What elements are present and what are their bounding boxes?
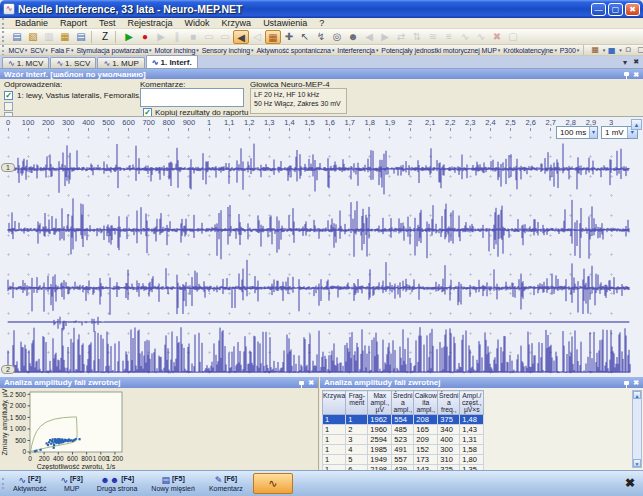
ruler-label: 800 (159, 118, 179, 127)
report-panel-icon[interactable]: ▢ (635, 45, 643, 55)
column-header[interactable]: Ampl./ częst., µV×s (460, 391, 484, 415)
scroll-up-button[interactable]: ▲ (631, 119, 642, 130)
new-report-icon[interactable]: ▤ (73, 30, 89, 44)
fkey-button-druga-strona[interactable]: ☻☻[F4]Druga strona (93, 472, 141, 496)
menu-badanie[interactable]: Badanie (9, 18, 54, 28)
stimulus-icon[interactable]: ↯ (313, 30, 329, 44)
ruler-label: 1,3 (259, 118, 279, 127)
lead-checkbox[interactable]: ✓ (4, 91, 13, 100)
lock-icon[interactable]: Ω (622, 45, 635, 55)
time-base-select[interactable]: 100 ms ▾ (556, 126, 598, 139)
pin-icon[interactable] (624, 72, 629, 76)
new-exam-icon[interactable]: ▤ (9, 30, 25, 44)
copy-to-report-checkbox[interactable]: ✓ (143, 108, 152, 116)
tab-list-tools: ▾ ✖ (623, 58, 639, 67)
mode-potencja-y-jednostki-motorycznej-mup[interactable]: Potencjały jednostki motorycznej MUP▾ (380, 47, 502, 54)
menu-raport[interactable]: Raport (54, 18, 93, 28)
markers-icon: ⇄ (393, 30, 409, 44)
emg-display-area[interactable]: 010020030040050060070080090011,11,21,31,… (0, 116, 643, 377)
table-row[interactable]: 1325945232094001,31 (323, 435, 484, 445)
waveform-icon: ∿ (152, 58, 159, 67)
x-tick-label: 0 (28, 455, 32, 462)
close-icon[interactable]: ✖ (633, 379, 639, 386)
sound-on-icon[interactable]: ◀ (233, 30, 249, 44)
tab-1-scv[interactable]: ∿1. SCV (50, 57, 96, 68)
turns-amplitude-panel: Analiza amplitudy fali zwrotnej ✖ 020040… (0, 377, 319, 470)
data-point (50, 443, 52, 445)
tab-1-mcv[interactable]: ∿1. MCV (2, 57, 49, 68)
scroll-up-icon[interactable]: ▲ (633, 391, 641, 399)
probe-cursor-icon[interactable]: ✚ (281, 30, 297, 44)
menu-ustawienia[interactable]: Ustawienia (257, 18, 313, 28)
table-row[interactable]: 1219604851653401,43 (323, 425, 484, 435)
channel-2-marker[interactable]: 2 (1, 365, 15, 374)
column-header[interactable]: Średni a ampl., (392, 391, 414, 415)
tab-close-icon[interactable]: ✖ (633, 58, 639, 67)
x-tick-label: 800 (81, 455, 92, 462)
column-header[interactable]: Max ampl., µV (368, 391, 392, 415)
pin-icon[interactable] (299, 381, 304, 385)
mode-scv[interactable]: SCV▾ (29, 47, 50, 54)
close-icon[interactable]: ✖ (308, 379, 314, 386)
results-scrollbar[interactable]: ▲ ▼ (632, 390, 642, 468)
ruler-label: 1,5 (300, 118, 320, 127)
print-icon[interactable]: ▦ (57, 30, 73, 44)
mode-p300[interactable]: P300▾ (558, 47, 580, 54)
mode-fala-f[interactable]: Fala F▾ (49, 47, 75, 54)
menu-krzywa[interactable]: Krzywa (216, 18, 258, 28)
fkey-button-mup[interactable]: ∿[F3]MUP (56, 472, 86, 496)
tab-1-mup[interactable]: ∿1. MUP (97, 57, 144, 68)
column-header[interactable]: Średni a freq., (438, 391, 460, 415)
fkey-button-komentarz[interactable]: ✎[F6]Komentarz (205, 472, 247, 496)
record-icon[interactable]: ● (137, 30, 153, 44)
impedance-icon[interactable]: Z (97, 30, 113, 44)
open-exam-icon[interactable]: ▧ (25, 30, 41, 44)
column-header[interactable]: Krzywa (323, 391, 346, 415)
menu-[interactable]: ? (313, 18, 330, 28)
mode-kr-tkolatencyjne[interactable]: Krótkolatencyjne▾ (502, 47, 559, 54)
ruler-label: 2,5 (501, 118, 521, 127)
overlay-curves-icon: ∿ (473, 30, 489, 44)
fkey-button-aktywno[interactable]: ∿[F2]Aktywność (9, 472, 50, 496)
pin-icon[interactable] (624, 381, 629, 385)
mode-mcv[interactable]: MCV▾ (7, 47, 29, 54)
column-header[interactable]: Całkow ita ampl., (414, 391, 438, 415)
table-row[interactable]: 1519495571733101,80 (323, 455, 484, 465)
patients-icon[interactable]: ☻ (345, 30, 361, 44)
menu-widok[interactable]: Widok (179, 18, 216, 28)
menu-rejestracja[interactable]: Rejestracja (122, 18, 179, 28)
table-row[interactable]: 1419854911523001,58 (323, 445, 484, 455)
comments-textarea[interactable] (140, 88, 244, 107)
arrow-cursor-icon[interactable]: ↖ (297, 30, 313, 44)
table-row[interactable]: 1119625542083751,48 (323, 415, 484, 425)
stimulation-settings-icon[interactable]: ▦ (265, 30, 281, 44)
panel-close-icon[interactable]: ✖ (625, 476, 635, 490)
mode-interferencja[interactable]: Interferencja▾ (336, 47, 380, 54)
zoom-analysis-icon[interactable]: ◎ (329, 30, 345, 44)
menu-test[interactable]: Test (93, 18, 122, 28)
mode-sensory-inching[interactable]: Sensory inching▾ (200, 47, 255, 54)
tab-list-dropdown-icon[interactable]: ▾ (623, 58, 627, 67)
report-table-icon[interactable]: ▦ (589, 45, 602, 55)
scroll-down-icon[interactable]: ▼ (633, 459, 641, 467)
ruler-label: 1,4 (279, 118, 299, 127)
fkey-button-nowy-mi-sie[interactable]: ▤[F5]Nowy mięsień (147, 472, 199, 496)
maximize-button[interactable]: ▢ (608, 3, 623, 16)
interference-mode-toggle[interactable]: ∿ (253, 473, 293, 494)
title-bar[interactable]: ∿ Needle Interference, 33 lata - Neuro-M… (0, 0, 643, 18)
minimize-button[interactable]: — (591, 3, 606, 16)
close-icon[interactable]: ✖ (633, 71, 639, 78)
histogram-icon[interactable]: ▅ (605, 45, 618, 55)
mode-aktywno-spontaniczna[interactable]: Aktywność spontaniczna▾ (255, 47, 336, 54)
channel-1-marker[interactable]: 1 (1, 163, 15, 172)
tab-1-interf[interactable]: ∿1. Interf. (146, 55, 198, 68)
column-header[interactable]: Frag- ment (346, 391, 368, 415)
mode-stymulacja-powtarzalna[interactable]: Stymulacja powtarzalna▾ (75, 47, 153, 54)
toolbar-separator (91, 31, 95, 43)
start-test-icon[interactable]: ▶ (121, 30, 137, 44)
mode-motor-inching[interactable]: Motor inching▾ (153, 47, 200, 54)
close-button[interactable]: ✖ (625, 3, 640, 16)
function-buttons: ∿[F2]Aktywność∿[F3]MUP☻☻[F4]Druga strona… (9, 472, 253, 496)
amplifier-line2: 50 Hz Włącz, Zakres 30 mV (254, 99, 343, 108)
lead-checkbox-empty[interactable] (4, 102, 13, 111)
